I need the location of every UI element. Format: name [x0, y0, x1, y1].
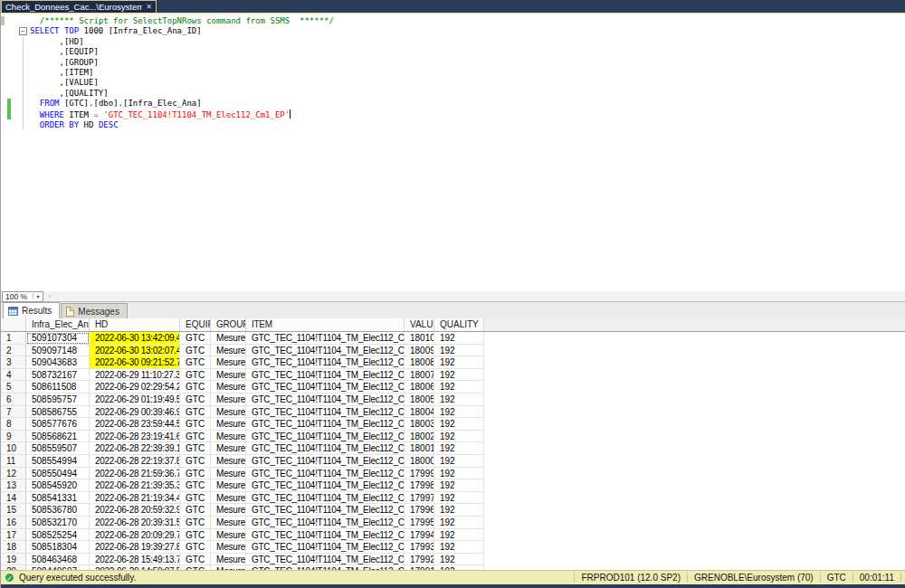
- cell-equip[interactable]: GTC: [180, 369, 211, 382]
- cell-item[interactable]: GTC_TEC_1104!T1104_TM_Elec112_Cm1_EP: [246, 356, 405, 369]
- cell-equip[interactable]: GTC: [180, 394, 211, 406]
- cell-equip[interactable]: GTC: [180, 381, 211, 394]
- sql-line[interactable]: FROM [GTC].[dbo].[Infra_Elec_Ana]: [30, 99, 334, 109]
- cell-quality[interactable]: 192: [434, 442, 484, 455]
- cell-quality[interactable]: 192: [434, 418, 484, 431]
- cell-group[interactable]: Mesure: [211, 504, 246, 517]
- scroll-left-icon[interactable]: ‹: [49, 292, 52, 300]
- cell-quality[interactable]: 192: [434, 517, 484, 529]
- cell-id[interactable]: 509107304: [26, 332, 90, 345]
- cell-value[interactable]: 17996: [405, 504, 434, 517]
- chevron-down-icon[interactable]: ▾: [33, 293, 43, 299]
- cell-quality[interactable]: 192: [434, 492, 484, 505]
- cell-quality[interactable]: 192: [434, 356, 484, 369]
- cell-group[interactable]: Mesure: [211, 468, 246, 480]
- cell-equip[interactable]: GTC: [180, 517, 211, 529]
- cell-quality[interactable]: 192: [434, 468, 484, 480]
- cell-hd[interactable]: 2022-06-28 20:09:29.703: [90, 529, 180, 542]
- header-equip[interactable]: EQUIP: [180, 318, 211, 331]
- cell-item[interactable]: GTC_TEC_1104!T1104_TM_Elec112_Cm1_EP: [246, 442, 405, 455]
- cell-group[interactable]: Mesure: [211, 492, 246, 505]
- cell-group[interactable]: Mesure: [211, 381, 246, 394]
- sql-line[interactable]: WHERE ITEM = 'GTC_TEC_1104!T1104_TM_Elec…: [30, 109, 334, 120]
- header-id[interactable]: Infra_Elec_Ana_ID: [26, 318, 90, 331]
- table-row[interactable]: 45087321672022-06-29 11:10:27.333GTCMesu…: [1, 369, 905, 382]
- cell-hd[interactable]: 2022-06-30 13:42:09.487: [90, 332, 180, 345]
- sql-line[interactable]: ,[QUALITY]: [30, 89, 334, 99]
- cell-hd[interactable]: 2022-06-29 01:19:49.517: [90, 394, 180, 406]
- sql-line[interactable]: ,[VALUE]: [30, 78, 334, 88]
- row-number[interactable]: 2: [1, 345, 26, 357]
- table-row[interactable]: 35090436832022-06-30 09:21:52.740GTCMesu…: [1, 356, 905, 369]
- cell-id[interactable]: 509043683: [26, 356, 90, 369]
- header-value[interactable]: VALUE: [405, 318, 434, 331]
- cell-value[interactable]: 17995: [405, 517, 434, 529]
- cell-value[interactable]: 18009: [405, 345, 434, 357]
- cell-value[interactable]: 17997: [405, 492, 434, 505]
- cell-hd[interactable]: 2022-06-28 23:19:41.670: [90, 431, 180, 443]
- cell-id[interactable]: 508586755: [26, 406, 90, 419]
- cell-hd[interactable]: 2022-06-28 21:59:36.730: [90, 468, 180, 480]
- cell-group[interactable]: Mesure: [211, 455, 246, 468]
- cell-hd[interactable]: 2022-06-30 09:21:52.740: [90, 356, 180, 369]
- row-number[interactable]: 1: [1, 332, 26, 345]
- query-editor[interactable]: − /****** Script for SelectTopNRows comm…: [1, 14, 905, 291]
- cell-hd[interactable]: 2022-06-29 11:10:27.333: [90, 369, 180, 382]
- cell-item[interactable]: GTC_TEC_1104!T1104_TM_Elec112_Cm1_EP: [246, 455, 405, 468]
- cell-value[interactable]: 18006: [405, 381, 434, 394]
- cell-equip[interactable]: GTC: [180, 468, 211, 480]
- cell-quality[interactable]: 192: [434, 479, 484, 492]
- cell-item[interactable]: GTC_TEC_1104!T1104_TM_Elec112_Cm1_EP: [246, 431, 405, 443]
- cell-value[interactable]: 17999: [405, 468, 434, 480]
- cell-equip[interactable]: GTC: [180, 529, 211, 542]
- row-number[interactable]: 8: [1, 418, 26, 431]
- cell-group[interactable]: Mesure: [211, 345, 246, 357]
- cell-quality[interactable]: 192: [434, 406, 484, 419]
- cell-value[interactable]: 18007: [405, 369, 434, 382]
- cell-quality[interactable]: 192: [434, 394, 484, 406]
- table-row[interactable]: 65085957572022-06-29 01:19:49.517GTCMesu…: [1, 394, 905, 406]
- cell-quality[interactable]: 192: [434, 332, 484, 345]
- table-row[interactable]: 185085183042022-06-28 19:39:27.830GTCMes…: [1, 541, 905, 554]
- cell-id[interactable]: 508554994: [26, 455, 90, 468]
- table-row[interactable]: 15091073042022-06-30 13:42:09.487GTCMesu…: [1, 332, 905, 345]
- cell-equip[interactable]: GTC: [180, 431, 211, 443]
- header-group[interactable]: GROUP: [211, 318, 246, 331]
- cell-item[interactable]: GTC_TEC_1104!T1104_TM_Elec112_Cm1_EP: [246, 468, 405, 480]
- sql-line[interactable]: ,[HD]: [30, 37, 334, 47]
- cell-item[interactable]: GTC_TEC_1104!T1104_TM_Elec112_Cm1_EP: [246, 394, 405, 406]
- cell-value[interactable]: 18001: [405, 442, 434, 455]
- cell-id[interactable]: 508732167: [26, 369, 90, 382]
- cell-equip[interactable]: GTC: [180, 406, 211, 419]
- cell-equip[interactable]: GTC: [180, 418, 211, 431]
- table-row[interactable]: 155085367802022-06-28 20:59:32.957GTCMes…: [1, 504, 905, 517]
- row-number[interactable]: 10: [1, 442, 26, 455]
- cell-item[interactable]: GTC_TEC_1104!T1104_TM_Elec112_Cm1_EP: [246, 504, 405, 517]
- cell-id[interactable]: 508525254: [26, 529, 90, 542]
- cell-id[interactable]: 508536780: [26, 504, 90, 517]
- cell-id[interactable]: 508559507: [26, 442, 90, 455]
- header-rownum[interactable]: [1, 318, 26, 331]
- cell-group[interactable]: Mesure: [211, 406, 246, 419]
- header-quality[interactable]: QUALITY: [434, 318, 484, 331]
- cell-quality[interactable]: 192: [434, 541, 484, 554]
- row-number[interactable]: 18: [1, 541, 26, 554]
- collapse-region-icon[interactable]: −: [19, 27, 27, 35]
- cell-hd[interactable]: 2022-06-29 00:39:46.987: [90, 406, 180, 419]
- cell-item[interactable]: GTC_TEC_1104!T1104_TM_Elec112_Cm1_EP: [246, 332, 405, 345]
- cell-value[interactable]: 17994: [405, 529, 434, 542]
- cell-group[interactable]: Mesure: [211, 554, 246, 566]
- cell-group[interactable]: Mesure: [211, 431, 246, 443]
- cell-item[interactable]: GTC_TEC_1104!T1104_TM_Elec112_Cm1_EP: [246, 418, 405, 431]
- cell-id[interactable]: 508541331: [26, 492, 90, 505]
- cell-group[interactable]: Mesure: [211, 529, 246, 542]
- cell-hd[interactable]: 2022-06-28 20:59:32.957: [90, 504, 180, 517]
- cell-id[interactable]: 508550494: [26, 468, 90, 480]
- table-row[interactable]: 175085252542022-06-28 20:09:29.703GTCMes…: [1, 529, 905, 542]
- cell-quality[interactable]: 192: [434, 431, 484, 443]
- close-icon[interactable]: ✕: [146, 3, 152, 11]
- row-number[interactable]: 4: [1, 369, 26, 382]
- cell-value[interactable]: 18000: [405, 455, 434, 468]
- cell-equip[interactable]: GTC: [180, 479, 211, 492]
- table-row[interactable]: 95085686212022-06-28 23:19:41.670GTCMesu…: [1, 431, 905, 443]
